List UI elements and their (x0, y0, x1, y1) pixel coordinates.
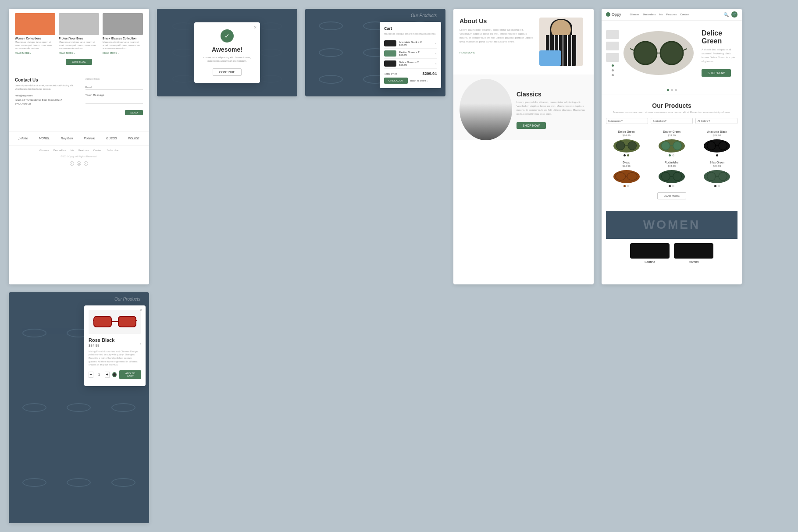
product-delice-green-name: Delice Green (606, 130, 647, 133)
popup-product-image (89, 310, 141, 334)
product-rockefeller-image[interactable] (659, 170, 685, 183)
blog-card-1-readmore[interactable]: READ MORE › (15, 52, 31, 54)
diego-colors (606, 185, 647, 187)
product-silas-green-image[interactable] (704, 170, 730, 183)
twitter-icon[interactable]: t (84, 161, 88, 166)
product-diego-image[interactable] (613, 170, 640, 183)
nav-bestsellers[interactable]: Bestsellers (643, 13, 656, 16)
modal-close-icon[interactable]: × (254, 25, 256, 30)
svg-point-5 (616, 142, 625, 150)
total-price: $209.94 (422, 71, 437, 76)
cart-item-1-remove[interactable]: × (435, 42, 437, 46)
rockefeller-colors (651, 185, 692, 187)
send-button[interactable]: SEND (125, 110, 143, 115)
color-green[interactable] (669, 154, 671, 156)
cart-item-2-remove[interactable]: × (435, 52, 437, 56)
color-white[interactable] (672, 185, 674, 187)
back-to-store-button[interactable]: Back to Store › (410, 78, 428, 84)
product-exciter-green-image[interactable] (659, 139, 685, 153)
panel-contact-footer: Women Collections Maecenas tristique lac… (9, 9, 149, 284)
dot-1[interactable] (667, 89, 669, 91)
footer-link-bestsellers[interactable]: Bestsellers (53, 149, 66, 152)
dot-3[interactable] (675, 89, 677, 91)
filter-sunglasses[interactable]: Sunglasses ▾ (606, 118, 648, 124)
oppy-navbar: Oppy Glasses Bestsellers Iris Features C… (602, 9, 742, 21)
footer-link-iris[interactable]: Iris (71, 149, 74, 152)
color-selector[interactable] (112, 372, 117, 377)
man-body (460, 79, 512, 140)
popup-next-arrow[interactable]: ‹ (140, 342, 141, 346)
color-dark[interactable] (669, 185, 671, 187)
delice-green-colors (606, 154, 647, 156)
thumbnail-3[interactable] (606, 53, 619, 62)
dot-2[interactable] (671, 89, 673, 91)
total-label: Total Price (384, 72, 397, 75)
nav-glasses[interactable]: Glasses (630, 13, 640, 16)
checkout-button[interactable]: CHECKOUT (384, 78, 408, 84)
blog-card-2-readmore[interactable]: READ MORE › (59, 52, 75, 54)
facebook-icon[interactable]: f (70, 161, 74, 166)
search-icon[interactable]: 🔍 (723, 12, 729, 17)
blog-card-1-title: Women Collections (15, 37, 55, 40)
color-brown[interactable] (623, 185, 626, 187)
product-rockefeller-price: $24.99 (651, 165, 692, 167)
footer-link-features[interactable]: Features (78, 149, 89, 152)
filter-bestsellers[interactable]: Bestsellers ▾ (651, 118, 693, 124)
svg-point-15 (627, 173, 637, 181)
color-white[interactable] (627, 185, 629, 187)
footer-link-glasses[interactable]: Glasses (39, 149, 49, 152)
classics-title: Classics (517, 91, 588, 98)
products-section: Our Products Maecenas cras ornare quam s… (602, 95, 742, 206)
color-dark[interactable] (714, 185, 716, 187)
shop-now-button[interactable]: SHOP NOW (702, 69, 731, 77)
popup-product-name: Ross Black (89, 337, 114, 343)
qty-decrease-button[interactable]: − (89, 372, 93, 378)
blog-product-cards: Women Collections Maecenas tristique lac… (15, 13, 143, 54)
blog-card-3-readmore[interactable]: READ MORE › (103, 52, 119, 54)
footer-link-subscribe[interactable]: Subscribe (107, 149, 118, 152)
cart-item-3-remove[interactable]: × (435, 62, 437, 66)
cart-item-1-image (384, 40, 396, 46)
svg-point-21 (719, 172, 727, 181)
qty-value: 1 (96, 372, 102, 376)
nav-contact[interactable]: Contact (680, 13, 689, 16)
popup-close-icon[interactable]: × (140, 308, 142, 312)
brand-morel: MOREL (39, 137, 50, 140)
cart-item-3-image (384, 60, 396, 67)
blog-card-3-image (103, 13, 143, 35)
hamlet-image[interactable] (674, 243, 713, 259)
load-more-button[interactable]: LOAD MORE (657, 192, 686, 199)
filter-colors[interactable]: All Colors ▾ (695, 118, 737, 124)
product-anecdote-black-image[interactable] (704, 139, 730, 153)
products-grid: Delice Green $24.99 Exciter Green $24.99 (606, 130, 737, 187)
popup-name-nav: Ross Black $34.99 ‹ (89, 337, 141, 350)
our-blog-button[interactable]: OUR BLOG (66, 59, 92, 65)
message-input[interactable] (86, 92, 143, 104)
continue-button[interactable]: CONTINUE (213, 68, 242, 76)
add-to-cart-button[interactable]: ADD TO CART (119, 370, 141, 379)
cart-item-1: Anecdote Black × 2 $36.99 × (384, 39, 437, 49)
svg-point-17 (662, 172, 670, 181)
color-white[interactable] (718, 185, 720, 187)
about-read-more[interactable]: READ MORE (460, 51, 475, 54)
nav-features[interactable]: Features (666, 13, 677, 16)
blog-card-2-image (59, 13, 99, 35)
email-input[interactable] (86, 85, 143, 90)
product-delice-green-image[interactable] (613, 139, 640, 153)
footer-link-contact[interactable]: Contact (93, 149, 103, 152)
blog-card-1-image (15, 13, 55, 35)
color-black[interactable] (623, 154, 626, 156)
nav-iris[interactable]: Iris (659, 13, 663, 16)
cart-item-3: Delice Green × 2 $36.99 × (384, 59, 437, 69)
color-white[interactable] (672, 154, 674, 156)
product-detail-popup: × Ross Black $34.99 ‹ Mixing French know… (84, 305, 146, 386)
color-black[interactable] (716, 154, 718, 156)
thumbnail-1[interactable] (606, 30, 619, 39)
cart-icon[interactable]: 🛒 (731, 11, 737, 18)
shop-now-button[interactable]: SHOP NOW (517, 122, 546, 129)
thumbnail-2[interactable] (606, 42, 619, 50)
qty-increase-button[interactable]: + (105, 372, 110, 378)
sabrina-image[interactable] (630, 243, 670, 259)
instagram-icon[interactable]: ◻ (77, 161, 81, 166)
color-olive[interactable] (627, 154, 629, 156)
